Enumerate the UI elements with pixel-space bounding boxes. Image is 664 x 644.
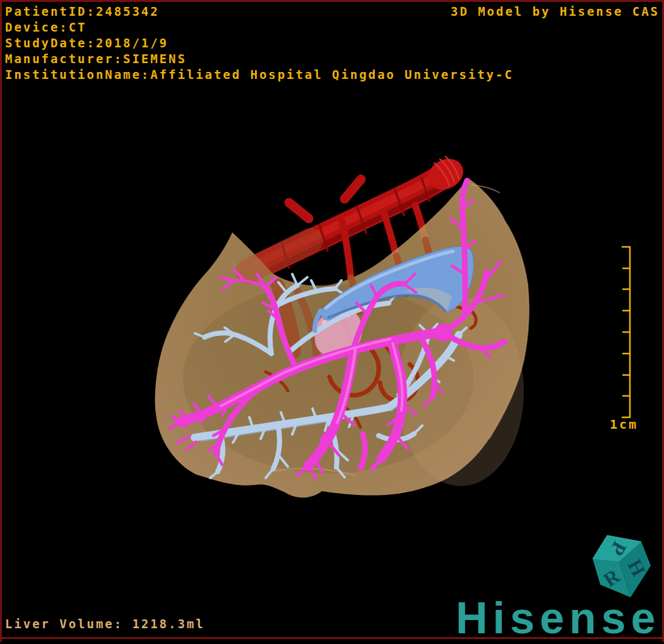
liver-volume-text: Liver Volume: 1218.3ml	[5, 617, 205, 631]
institution-text: InstitutionName:Affiliated Hospital Qing…	[5, 68, 514, 81]
study-date-text: StudyDate:2018/1/9	[5, 36, 169, 50]
patient-id-text: PatientID:2485342	[5, 4, 160, 18]
manufacturer-text: Manufacturer:SIEMENS	[5, 52, 187, 66]
hisense-logo: Hisense	[456, 596, 660, 640]
device-text: Device:CT	[5, 20, 87, 34]
scale-label: 1cm	[610, 417, 638, 432]
watermark-text: 3D Model by Hisense CAS	[451, 4, 660, 18]
liver-3d-viewport[interactable]: P H R	[0, 0, 664, 644]
aorta-branch-stub-left	[289, 203, 309, 218]
brand-cube: P H R	[593, 535, 651, 597]
viewer-frame-border-bottom	[0, 637, 664, 639]
3d-viewer-screen: P H R PatientID:2485342 Device:CT StudyD…	[0, 0, 664, 644]
scale-ruler	[622, 247, 630, 417]
ruler-ticks	[622, 247, 630, 417]
aorta-branch-stub-up	[345, 179, 361, 199]
aorta-under-liver-wash	[248, 241, 311, 271]
